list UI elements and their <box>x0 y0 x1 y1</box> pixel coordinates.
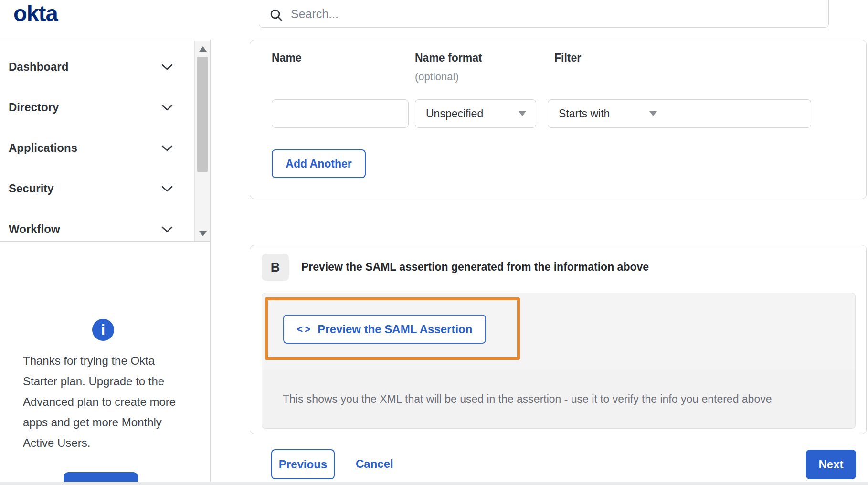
saml-preview-card: B Preview the SAML assertion generated f… <box>250 245 867 434</box>
step-b-badge: B <box>262 254 289 281</box>
filter-type-select[interactable]: Starts with <box>548 99 667 128</box>
add-another-button[interactable]: Add Another <box>272 149 366 178</box>
chevron-down-icon <box>161 145 173 151</box>
sidebar-item-workflow[interactable]: Workflow <box>0 215 194 243</box>
scroll-down-icon[interactable] <box>199 231 207 236</box>
code-icon: <> <box>297 323 312 336</box>
sidebar-item-label: Workflow <box>9 222 60 236</box>
scroll-up-icon[interactable] <box>199 46 207 52</box>
name-format-selected-value: Unspecified <box>426 107 483 120</box>
filter-column-label: Filter <box>554 52 581 64</box>
bottom-edge-strip <box>0 482 868 485</box>
sidebar-scrollbar[interactable] <box>194 41 210 241</box>
optional-label: (optional) <box>415 71 459 83</box>
name-format-select[interactable]: Unspecified <box>415 99 536 128</box>
sidebar-menu: Dashboard Directory Applications Securit… <box>0 40 210 242</box>
preview-section-title: Preview the SAML assertion generated fro… <box>301 261 649 274</box>
preview-button-label: Preview the SAML Assertion <box>318 323 472 336</box>
filter-value-input[interactable] <box>667 99 811 128</box>
dropdown-arrow-icon <box>649 111 657 116</box>
sidebar-item-label: Directory <box>9 101 59 114</box>
next-button[interactable]: Next <box>806 450 856 479</box>
preview-saml-assertion-button[interactable]: <> Preview the SAML Assertion <box>283 315 486 344</box>
sidebar-item-label: Security <box>9 182 54 195</box>
filter-type-selected-value: Starts with <box>559 107 610 120</box>
sidebar-item-security[interactable]: Security <box>0 174 194 203</box>
sidebar-item-applications[interactable]: Applications <box>0 134 194 162</box>
attribute-statements-card: Name Name format (optional) Filter Unspe… <box>250 40 867 199</box>
info-icon: i <box>92 319 114 341</box>
chevron-down-icon <box>161 186 173 192</box>
scrollbar-thumb[interactable] <box>197 57 208 172</box>
search-icon <box>270 9 283 22</box>
sidebar: Dashboard Directory Applications Securit… <box>0 40 211 482</box>
okta-admin-screen: okta Dashboard Directory Applications Se… <box>0 0 868 485</box>
preview-help-panel: This shows you the XML that will be used… <box>262 370 856 429</box>
preview-action-panel: <> Preview the SAML Assertion <box>262 293 856 370</box>
sidebar-item-label: Dashboard <box>9 60 68 74</box>
sidebar-item-dashboard[interactable]: Dashboard <box>0 53 194 81</box>
attribute-name-input[interactable] <box>272 99 409 128</box>
okta-logo: okta <box>13 0 58 26</box>
previous-button[interactable]: Previous <box>271 449 335 479</box>
name-column-label: Name <box>272 52 302 64</box>
chevron-down-icon <box>161 226 173 232</box>
search-input[interactable] <box>291 6 768 22</box>
global-search[interactable] <box>259 0 829 28</box>
chevron-down-icon <box>161 105 173 111</box>
name-format-column-label: Name format <box>415 52 482 64</box>
dropdown-arrow-icon <box>519 111 526 116</box>
cancel-link[interactable]: Cancel <box>356 457 393 471</box>
chevron-down-icon <box>161 64 173 70</box>
preview-help-text: This shows you the XML that will be used… <box>283 393 772 406</box>
trial-promo-text: Thanks for trying the Okta Starter plan.… <box>23 350 177 453</box>
sidebar-item-directory[interactable]: Directory <box>0 93 194 122</box>
sidebar-item-label: Applications <box>9 141 77 155</box>
